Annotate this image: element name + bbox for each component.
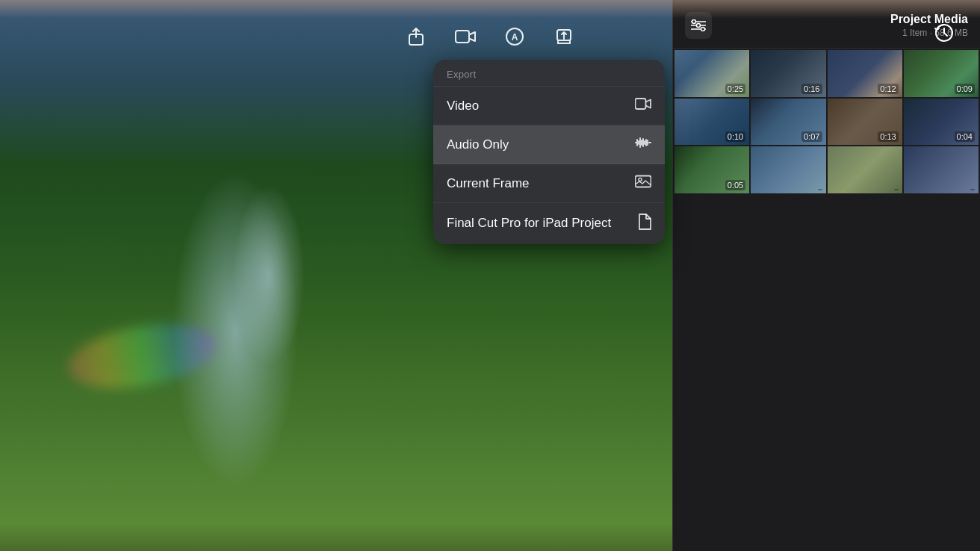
export-video-label: Video	[447, 99, 479, 113]
waveform-icon	[635, 136, 651, 153]
media-thumbnail[interactable]	[828, 146, 902, 193]
media-thumbnail[interactable]	[904, 146, 979, 193]
export-fcp-label: Final Cut Pro for iPad Project	[447, 215, 611, 231]
share-upload-icon[interactable]	[402, 22, 430, 51]
export-audio-label: Audio Only	[447, 137, 509, 152]
media-duration: 0:05	[725, 180, 745, 190]
media-duration	[894, 189, 899, 190]
export-icon[interactable]	[550, 22, 578, 51]
export-audio-item[interactable]: Audio Only	[433, 125, 665, 164]
svg-point-8	[639, 178, 642, 181]
top-finger-area	[0, 0, 980, 19]
media-duration: 0:07	[801, 131, 822, 142]
camera-icon[interactable]	[451, 22, 480, 51]
export-fcp-item[interactable]: Final Cut Pro for iPad Project	[433, 203, 665, 244]
svg-text:A: A	[512, 32, 518, 43]
svg-rect-7	[636, 176, 651, 187]
export-menu-header: Export	[433, 60, 665, 87]
media-duration	[818, 189, 822, 190]
media-duration: 0:10	[725, 131, 745, 142]
autopilot-icon[interactable]: A	[500, 22, 529, 51]
image-icon	[635, 175, 651, 192]
document-icon	[638, 214, 651, 234]
export-frame-label: Current Frame	[447, 176, 530, 191]
media-thumbnail[interactable]	[751, 146, 825, 193]
media-duration	[970, 189, 975, 190]
toolbar-icons: A	[402, 22, 578, 51]
media-duration: 0:13	[878, 131, 898, 142]
video-camera-icon	[635, 97, 651, 114]
svg-rect-1	[456, 31, 469, 43]
export-video-item[interactable]: Video	[433, 87, 665, 125]
svg-rect-6	[636, 99, 646, 109]
history-icon[interactable]	[931, 19, 958, 46]
export-frame-item[interactable]: Current Frame	[433, 164, 665, 203]
media-thumbnail[interactable]: 0:05	[674, 146, 749, 193]
media-duration: 0:04	[955, 131, 975, 142]
export-menu: Export Video Audio Only Current Frame	[433, 60, 665, 244]
